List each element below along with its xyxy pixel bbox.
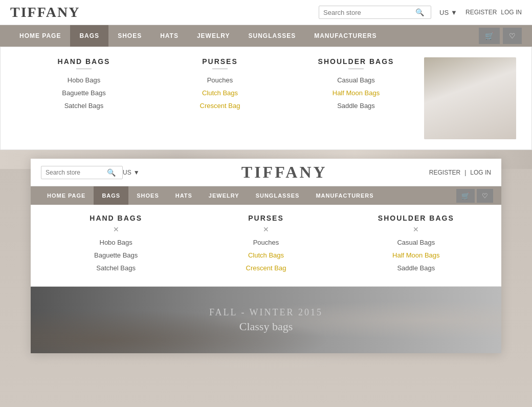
register-link-bottom[interactable]: REGISTER bbox=[429, 169, 460, 176]
cart-button-sm[interactable]: 🛒 bbox=[456, 189, 475, 203]
link-baguette-bags[interactable]: Baguette Bags bbox=[21, 89, 147, 97]
link-sm-casual-bags[interactable]: Casual Bags bbox=[346, 239, 486, 246]
search-input-bottom[interactable] bbox=[46, 169, 107, 176]
mega-col-shoulder: SHOULDER BAGS Casual Bags Half Moon Bags… bbox=[288, 57, 424, 115]
link-saddle-bags[interactable]: Saddle Bags bbox=[293, 102, 419, 110]
search-icon-sm: 🔍 bbox=[107, 168, 116, 177]
nav-icons-sm: 🛒 ♡ bbox=[456, 189, 493, 203]
wishlist-button[interactable]: ♡ bbox=[503, 28, 522, 44]
link-sm-satchel-bags[interactable]: Satchel Bags bbox=[46, 264, 186, 272]
register-link[interactable]: REGISTER bbox=[465, 9, 497, 16]
link-crescent-bag[interactable]: Crescent Bag bbox=[157, 102, 283, 110]
link-sm-pouches[interactable]: Pouches bbox=[196, 239, 336, 246]
login-link[interactable]: LOG IN bbox=[501, 9, 522, 16]
mega-title-purses: PURSES bbox=[157, 57, 283, 66]
mega-col-purses: PURSES Pouches Clutch Bags Crescent Bag bbox=[152, 57, 288, 115]
mega-col-sm-purses: PURSES ✕ Pouches Clutch Bags Crescent Ba… bbox=[191, 214, 341, 277]
header-top: TIFFANY 🔍 US ▼ REGISTER LOG IN bbox=[0, 0, 532, 25]
link-casual-bags[interactable]: Casual Bags bbox=[293, 76, 419, 84]
header-bottom: 🔍 US ▼ TIFFANY REGISTER | LOG IN bbox=[31, 159, 501, 186]
logo-center: TIFFANY bbox=[140, 163, 429, 182]
mega-col-sm-shoulder: SHOULDER BAGS ✕ Casual Bags Half Moon Ba… bbox=[341, 214, 491, 277]
divider-handbags: ✕ bbox=[46, 225, 186, 233]
nav-sm-shoes[interactable]: SHOES bbox=[128, 186, 167, 205]
mega-dropdown-bottom: HAND BAGS ✕ Hobo Bags Baguette Bags Satc… bbox=[31, 205, 501, 287]
wishlist-button-sm[interactable]: ♡ bbox=[477, 189, 493, 203]
link-clutch-bags[interactable]: Clutch Bags bbox=[157, 89, 283, 97]
link-pouches[interactable]: Pouches bbox=[157, 76, 283, 84]
chevron-down-icon-sm: ▼ bbox=[134, 169, 140, 176]
nav-manufacturers[interactable]: MANUFACTURERS bbox=[305, 25, 386, 47]
nav-sunglasses[interactable]: SUNGLASSES bbox=[239, 25, 305, 47]
nav-hats[interactable]: HATS bbox=[151, 25, 188, 47]
nav-sm-sunglasses[interactable]: SUNGLASSES bbox=[248, 186, 308, 205]
nav-sm-home-page[interactable]: HOME PAGE bbox=[39, 186, 94, 205]
link-satchel-bags[interactable]: Satchel Bags bbox=[21, 102, 147, 110]
link-sm-saddle-bags[interactable]: Saddle Bags bbox=[346, 264, 486, 272]
divider-shoulder: ✕ bbox=[346, 225, 486, 233]
mega-col-handbags: HAND BAGS Hobo Bags Baguette Bags Satche… bbox=[16, 57, 152, 115]
search-box-top[interactable]: 🔍 bbox=[319, 6, 431, 19]
nav-bar-top: HOME PAGE BAGS SHOES HATS JEWELRY SUNGLA… bbox=[0, 25, 532, 47]
lang-selector[interactable]: US ▼ bbox=[439, 9, 457, 16]
nav-bags[interactable]: BAGS bbox=[70, 25, 108, 47]
nav-jewelry[interactable]: JEWELRY bbox=[188, 25, 239, 47]
logo: TIFFANY bbox=[10, 4, 80, 20]
search-input-top[interactable] bbox=[323, 9, 415, 16]
card-bottom: 🔍 US ▼ TIFFANY REGISTER | LOG IN HOME PA… bbox=[31, 159, 501, 353]
card-top: TIFFANY 🔍 US ▼ REGISTER LOG IN HOME PAGE… bbox=[0, 0, 532, 150]
cart-button[interactable]: 🛒 bbox=[479, 28, 500, 44]
banner-subtitle: Classy bags bbox=[209, 320, 323, 333]
link-sm-crescent-bag[interactable]: Crescent Bag bbox=[196, 264, 336, 272]
mega-sm-title-shoulder: SHOULDER BAGS bbox=[346, 214, 486, 222]
lang-selector-sm[interactable]: US ▼ bbox=[123, 169, 140, 176]
reg-login: REGISTER LOG IN bbox=[465, 9, 522, 16]
divider-purses: ✕ bbox=[196, 225, 336, 233]
link-sm-clutch-bags[interactable]: Clutch Bags bbox=[196, 251, 336, 259]
link-hobo-bags[interactable]: Hobo Bags bbox=[21, 76, 147, 84]
link-sm-half-moon-bags[interactable]: Half Moon Bags bbox=[346, 251, 486, 259]
nav-sm-hats[interactable]: HATS bbox=[167, 186, 201, 205]
link-sm-baguette-bags[interactable]: Baguette Bags bbox=[46, 251, 186, 259]
nav-bar-bottom: HOME PAGE BAGS SHOES HATS JEWELRY SUNGLA… bbox=[31, 186, 501, 205]
search-box-bottom[interactable]: 🔍 bbox=[41, 166, 123, 179]
bottom-banner: FALL - WINTER 2015 Classy bags bbox=[31, 287, 501, 353]
nav-sm-jewelry[interactable]: JEWELRY bbox=[201, 186, 248, 205]
nav-home-page[interactable]: HOME PAGE bbox=[10, 25, 70, 47]
mega-dropdown-top: HAND BAGS Hobo Bags Baguette Bags Satche… bbox=[0, 47, 532, 150]
login-link-bottom[interactable]: LOG IN bbox=[470, 169, 491, 176]
header-right: 🔍 US ▼ REGISTER LOG IN bbox=[319, 6, 522, 19]
image-overlay bbox=[424, 57, 516, 139]
link-half-moon-bags[interactable]: Half Moon Bags bbox=[293, 89, 419, 97]
banner-text: FALL - WINTER 2015 Classy bags bbox=[209, 307, 323, 333]
mega-sm-title-purses: PURSES bbox=[196, 214, 336, 222]
search-icon: 🔍 bbox=[415, 8, 424, 16]
mega-title-shoulder: SHOULDER BAGS bbox=[293, 57, 419, 66]
mega-title-handbags: HAND BAGS bbox=[21, 57, 147, 66]
mega-sm-title-handbags: HAND BAGS bbox=[46, 214, 186, 222]
nav-sm-manufacturers[interactable]: MANUFACTURERS bbox=[307, 186, 382, 205]
banner-title: FALL - WINTER 2015 bbox=[209, 307, 323, 318]
chevron-down-icon: ▼ bbox=[451, 9, 457, 16]
nav-sm-bags[interactable]: BAGS bbox=[94, 186, 128, 205]
reg-login-bottom: REGISTER | LOG IN bbox=[429, 169, 491, 176]
link-sm-hobo-bags[interactable]: Hobo Bags bbox=[46, 239, 186, 246]
nav-icons: 🛒 ♡ bbox=[479, 28, 522, 44]
mega-col-sm-handbags: HAND BAGS ✕ Hobo Bags Baguette Bags Satc… bbox=[41, 214, 191, 277]
mega-fashion-image: Fashionbags bbox=[424, 57, 516, 139]
nav-shoes[interactable]: SHOES bbox=[108, 25, 151, 47]
